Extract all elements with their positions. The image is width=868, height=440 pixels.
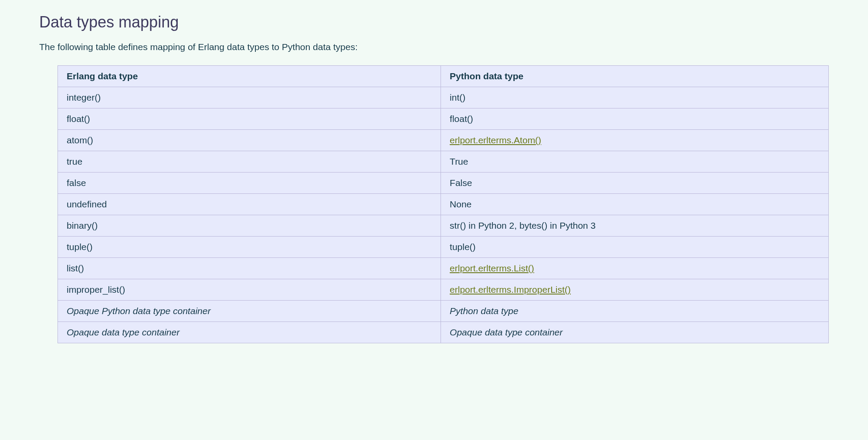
cell-python: erlport.erlterms.ImproperList() [441,279,829,301]
cell-erlang: integer() [58,87,441,108]
cell-erlang: float() [58,108,441,130]
table-row: improper_list()erlport.erlterms.Improper… [58,279,829,301]
table-row: list()erlport.erlterms.List() [58,258,829,279]
cell-erlang: atom() [58,130,441,151]
cell-erlang: Opaque Python data type container [58,301,441,322]
table-row: trueTrue [58,151,829,173]
cell-erlang: tuple() [58,237,441,258]
cell-python: None [441,194,829,215]
table-row: Opaque Python data type containerPython … [58,301,829,322]
section-heading: Data types mapping [39,13,829,31]
cell-python: True [441,151,829,173]
cell-erlang: false [58,173,441,194]
table-row: binary()str() in Python 2, bytes() in Py… [58,215,829,237]
table-row: integer()int() [58,87,829,108]
cell-erlang: Opaque data type container [58,322,441,343]
table-container: Erlang data type Python data type intege… [39,65,829,343]
header-erlang: Erlang data type [58,66,441,87]
python-type-link[interactable]: erlport.erlterms.Atom() [450,135,541,145]
cell-python: erlport.erlterms.List() [441,258,829,279]
table-row: float()float() [58,108,829,130]
header-python: Python data type [441,66,829,87]
python-type-link[interactable]: erlport.erlterms.List() [450,263,534,273]
intro-text: The following table defines mapping of E… [39,42,829,52]
table-header-row: Erlang data type Python data type [58,66,829,87]
cell-python: Opaque data type container [441,322,829,343]
table-row: Opaque data type containerOpaque data ty… [58,322,829,343]
cell-python: float() [441,108,829,130]
cell-python: int() [441,87,829,108]
cell-erlang: list() [58,258,441,279]
table-row: undefinedNone [58,194,829,215]
table-row: tuple()tuple() [58,237,829,258]
cell-erlang: improper_list() [58,279,441,301]
table-row: atom()erlport.erlterms.Atom() [58,130,829,151]
cell-erlang: binary() [58,215,441,237]
cell-python: Python data type [441,301,829,322]
cell-erlang: true [58,151,441,173]
data-types-table: Erlang data type Python data type intege… [58,65,829,343]
cell-python: str() in Python 2, bytes() in Python 3 [441,215,829,237]
python-type-link[interactable]: erlport.erlterms.ImproperList() [450,284,571,294]
cell-python: tuple() [441,237,829,258]
cell-erlang: undefined [58,194,441,215]
table-row: falseFalse [58,173,829,194]
cell-python: False [441,173,829,194]
cell-python: erlport.erlterms.Atom() [441,130,829,151]
